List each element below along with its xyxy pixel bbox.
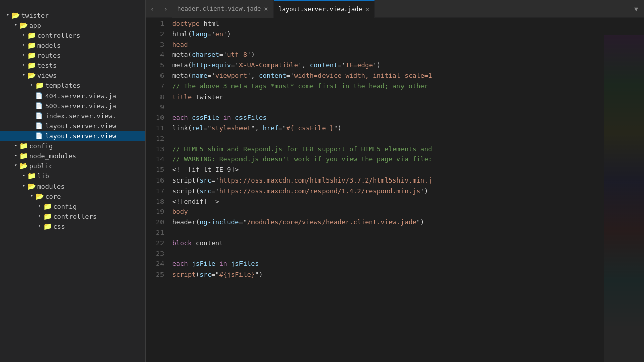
code-line: script(src="#{jsFile}") [172, 269, 644, 280]
line-number: 21 [146, 228, 164, 238]
file-icon: 📄 [35, 92, 43, 100]
tab-next-button[interactable]: › [159, 0, 172, 18]
tree-item-label: index.server.view. [45, 112, 116, 120]
folder-icon: 📁 [19, 142, 27, 150]
arrow-icon [36, 203, 43, 210]
line-number: 12 [146, 134, 164, 144]
tree-item-layout1[interactable]: 📄layout.server.view [0, 121, 145, 131]
tree-item-404[interactable]: 📄404.server.view.ja [0, 90, 145, 101]
folder-icon: 📁 [27, 41, 35, 49]
tree-item-label: layout.server.view [45, 132, 116, 140]
tree-item-label: config [53, 203, 77, 210]
tree-item-label: tests [37, 62, 57, 69]
file-icon: 📄 [35, 102, 43, 110]
file-icon: 📄 [35, 112, 43, 120]
arrow-icon [36, 223, 43, 230]
line-number: 22 [146, 238, 164, 249]
tree-item-models[interactable]: 📁models [0, 40, 145, 50]
tree-item-templates[interactable]: 📁templates [0, 80, 145, 90]
tab-dropdown-button[interactable]: ▼ [629, 0, 644, 18]
arrow-icon [20, 42, 27, 49]
tree-item-index[interactable]: 📄index.server.view. [0, 111, 145, 121]
tree-item-lib[interactable]: 📁lib [0, 171, 145, 181]
tree-item-views[interactable]: 📂views [0, 70, 145, 80]
code-line: body [172, 207, 644, 217]
tree-item-modules[interactable]: 📂modules [0, 181, 145, 191]
line-number: 6 [146, 71, 164, 81]
tab-close-button[interactable]: × [365, 6, 369, 13]
tree-item-core[interactable]: 📂core [0, 191, 145, 201]
tree-item-twister[interactable]: 📂twister [0, 10, 145, 20]
editor-content: 1234567891011121314151617181920212223242… [146, 18, 644, 362]
tree-item-label: public [29, 162, 53, 170]
line-number: 15 [146, 165, 164, 175]
line-numbers: 1234567891011121314151617181920212223242… [146, 18, 170, 362]
code-line: // The above 3 meta tags *must* come fir… [172, 81, 644, 92]
arrow-icon [36, 213, 43, 220]
arrow-icon [4, 12, 11, 19]
arrow-icon [20, 172, 27, 179]
code-line [172, 134, 644, 144]
tree-item-label: lib [37, 172, 49, 180]
arrow-icon [20, 62, 27, 69]
file-icon: 📄 [35, 132, 43, 140]
tab-close-button[interactable]: × [264, 5, 268, 12]
sidebar: 📂twister📂app📁controllers📁models📁routes📁t… [0, 0, 146, 362]
tree-item-label: config [29, 142, 53, 150]
tree-item-node_modules[interactable]: 📁node_modules [0, 151, 145, 161]
folder-icon: 📁 [19, 152, 27, 160]
code-line: meta(http-equiv='X-UA-Compatible', conte… [172, 60, 644, 71]
code-lines[interactable]: doctype htmlhtml(lang='en') head meta(ch… [170, 18, 644, 362]
tab-tab2[interactable]: layout.server.view.jade× [274, 0, 375, 18]
folder-icon: 📁 [27, 31, 35, 39]
tree-item-label: node_modules [29, 152, 76, 160]
code-line: link(rel="stylesheet", href="#{ cssFile … [172, 123, 644, 134]
code-line: doctype html [172, 19, 644, 29]
tree-item-css[interactable]: 📁css [0, 221, 145, 231]
tree-item-500[interactable]: 📄500.server.view.ja [0, 101, 145, 111]
tree-item-config2[interactable]: 📁config [0, 201, 145, 211]
code-line: meta(name='viewport', content='width=dev… [172, 71, 644, 81]
arrow-icon [12, 22, 19, 29]
tab-tab1[interactable]: header.client.view.jade× [172, 0, 274, 18]
code-line: <!--[if lt IE 9]> [172, 165, 644, 175]
tab-prev-button[interactable]: ‹ [146, 0, 159, 18]
code-line [172, 249, 644, 259]
code-line: block content [172, 238, 644, 249]
line-number: 14 [146, 154, 164, 165]
tree-item-label: routes [37, 52, 61, 59]
code-line: <![endif]--> [172, 197, 644, 207]
tree-item-label: views [37, 72, 57, 79]
tree-item-tests[interactable]: 📁tests [0, 60, 145, 70]
tree-item-controllers[interactable]: 📁controllers [0, 30, 145, 40]
folder-icon: 📁 [43, 202, 51, 210]
code-line: each cssFile in cssFiles [172, 113, 644, 123]
folder-icon: 📂 [27, 182, 35, 190]
line-number: 18 [146, 197, 164, 207]
tree-item-public[interactable]: 📂public [0, 161, 145, 171]
tree-item-controllers2[interactable]: 📁controllers [0, 211, 145, 221]
tree-item-routes[interactable]: 📁routes [0, 50, 145, 60]
code-line: header(ng-include="/modules/core/views/h… [172, 217, 644, 228]
code-line: script(src='https://oss.maxcdn.com/respo… [172, 186, 644, 197]
arrow-icon [12, 152, 19, 159]
line-number: 11 [146, 123, 164, 134]
line-number: 1 [146, 19, 164, 29]
tree-item-config[interactable]: 📁config [0, 141, 145, 151]
line-number: 2 [146, 29, 164, 40]
tree-item-label: models [37, 42, 61, 49]
minimap [604, 35, 644, 362]
code-line: each jsFile in jsFiles [172, 259, 644, 269]
tab-label: layout.server.view.jade [279, 6, 362, 13]
line-number: 23 [146, 249, 164, 259]
tree-item-layout2[interactable]: 📄layout.server.view [0, 131, 145, 141]
arrow-icon [28, 82, 35, 89]
tree-item-label: app [29, 22, 41, 29]
arrow-icon [12, 142, 19, 149]
code-line: html(lang='en') [172, 29, 644, 40]
tree-item-label: controllers [53, 213, 97, 220]
line-number: 13 [146, 144, 164, 155]
line-number: 25 [146, 269, 164, 280]
line-number: 4 [146, 50, 164, 60]
tree-item-app[interactable]: 📂app [0, 20, 145, 30]
